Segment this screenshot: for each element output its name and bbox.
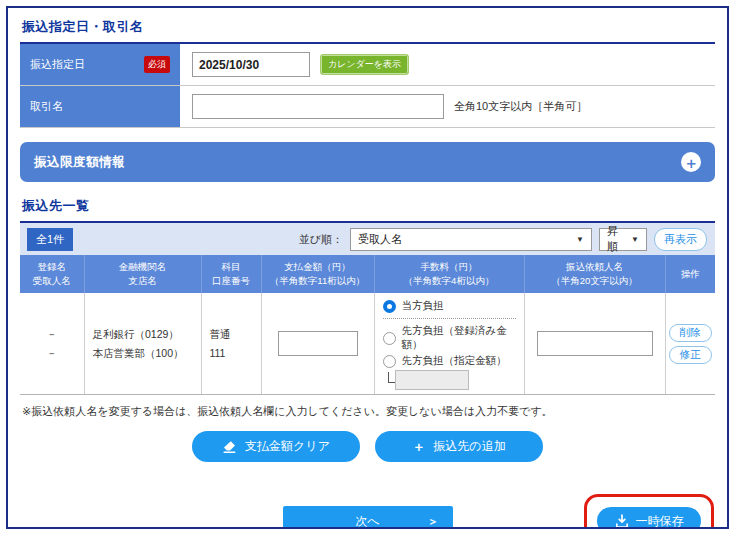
radio-selected-icon[interactable] (383, 300, 396, 313)
sort-direction-value: 昇順 (607, 224, 626, 254)
transaction-name-label-cell: 取引名 (20, 86, 180, 127)
transaction-name-value-cell: 全角10文字以内［半角可］ (180, 86, 715, 127)
eraser-icon (222, 440, 237, 454)
date-label: 振込指定日 (30, 57, 85, 72)
radio-icon[interactable] (383, 332, 396, 345)
header-amount: 支払金額（円）（半角数字11桁以内） (261, 255, 374, 293)
section-title-payee-list: 振込先一覧 (20, 195, 715, 221)
transfer-limit-banner[interactable]: 振込限度額情報 ＋ (20, 142, 715, 182)
add-payee-button[interactable]: ＋ 振込先の追加 (375, 431, 543, 462)
modify-button[interactable]: 修正 (669, 346, 712, 364)
chevron-down-icon: ▼ (631, 235, 639, 244)
total-count-badge: 全1件 (27, 228, 73, 251)
payment-amount-input[interactable] (278, 331, 358, 356)
header-registered-name: 登録名受取人名 (20, 255, 84, 293)
show-calendar-button[interactable]: カレンダーを表示 (320, 54, 409, 75)
transaction-name-input[interactable] (192, 94, 444, 119)
transfer-limit-title: 振込限度額情報 (34, 154, 125, 171)
requester-name-note: ※振込依頼人名を変更する場合は、振込依頼人名欄に入力してください。変更しない場合… (20, 404, 715, 419)
page-frame: 振込指定日・取引名 振込指定日 必須 カレンダーを表示 取引名 全角10文字以 (6, 6, 729, 529)
list-action-buttons: 支払金額クリア ＋ 振込先の追加 (20, 431, 715, 462)
form-row-transaction-name: 取引名 全角10文字以内［半角可］ (20, 86, 715, 128)
payee-list-toolbar: 全1件 並び順： 受取人名 ▼ 昇順 ▼ 再表示 (20, 221, 715, 255)
transfer-date-form: 振込指定日 必須 カレンダーを表示 取引名 全角10文字以内［半角可］ (20, 42, 715, 128)
cell-requester (524, 293, 665, 395)
header-operations: 操作 (665, 255, 715, 293)
sort-controls: 並び順： 受取人名 ▼ 昇順 ▼ 再表示 (299, 228, 709, 251)
redisplay-button[interactable]: 再表示 (654, 228, 707, 251)
sort-key-select[interactable]: 受取人名 ▼ (350, 228, 592, 251)
fee-option-our-side[interactable]: 当方負担 (383, 299, 516, 313)
plus-icon: ＋ (412, 438, 425, 456)
form-row-date: 振込指定日 必須 カレンダーを表示 (20, 44, 715, 86)
payee-table-header-row: 登録名受取人名 金融機関名支店名 科目口座番号 支払金額（円）（半角数字11桁以… (20, 255, 715, 293)
fee-option-their-side-specified[interactable]: 先方負担（指定金額） (383, 354, 516, 368)
date-value-cell: カレンダーを表示 (180, 44, 715, 85)
radio-icon[interactable] (383, 355, 396, 368)
requester-name-input[interactable] (537, 331, 653, 356)
fee-options-divider (383, 318, 516, 319)
transaction-name-label: 取引名 (30, 99, 63, 114)
payee-table: 登録名受取人名 金融機関名支店名 科目口座番号 支払金額（円）（半角数字11桁以… (20, 255, 715, 395)
red-highlight-annotation: 一時保存 (584, 494, 714, 529)
cell-amount (261, 293, 374, 395)
next-button[interactable]: 次へ ＞ (283, 506, 453, 529)
sort-order-label: 並び順： (299, 232, 343, 247)
header-requester: 振込依頼人名（半角20文字以内） (524, 255, 665, 293)
cell-fee: 当方負担 先方負担（登録済み金額） 先方負担（指定金額） (374, 293, 524, 395)
download-icon (615, 514, 629, 528)
transaction-name-hint: 全角10文字以内［半角可］ (454, 99, 587, 114)
required-badge: 必須 (144, 56, 170, 73)
chevron-right-icon: ＞ (428, 514, 439, 529)
footer: 次へ ＞ 一時保存 (20, 494, 715, 529)
section-title-transfer-date: 振込指定日・取引名 (20, 16, 715, 42)
cell-operations: 削除 修正 (665, 293, 715, 395)
sort-direction-select[interactable]: 昇順 ▼ (599, 228, 647, 251)
payee-table-row: － － 足利銀行（0129） 本店営業部（100） 普通 111 (20, 293, 715, 395)
date-label-cell: 振込指定日 必須 (20, 44, 180, 85)
clear-payment-amount-button[interactable]: 支払金額クリア (192, 431, 360, 462)
sort-key-value: 受取人名 (358, 232, 402, 247)
fee-specified-amount-group (388, 370, 516, 390)
temporary-save-button[interactable]: 一時保存 (597, 507, 701, 529)
cell-bank: 足利銀行（0129） 本店営業部（100） (84, 293, 201, 395)
fee-option-their-side-registered[interactable]: 先方負担（登録済み金額） (383, 324, 516, 352)
cell-registered-name: － － (20, 293, 84, 395)
delete-button[interactable]: 削除 (669, 324, 712, 342)
transfer-date-input[interactable] (192, 52, 310, 77)
header-account: 科目口座番号 (201, 255, 261, 293)
fee-specified-amount-input[interactable] (395, 370, 469, 390)
header-bank: 金融機関名支店名 (84, 255, 201, 293)
expand-plus-icon[interactable]: ＋ (681, 152, 701, 172)
chevron-down-icon: ▼ (576, 235, 584, 244)
header-fee: 手数料（円）（半角数字4桁以内） (374, 255, 524, 293)
l-connector-line (388, 372, 395, 383)
cell-account: 普通 111 (201, 293, 261, 395)
